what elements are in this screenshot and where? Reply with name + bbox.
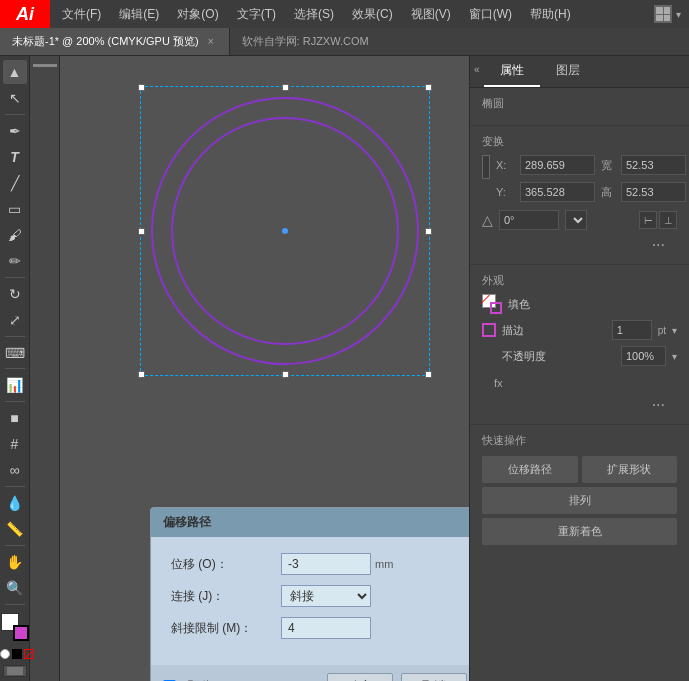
rotation-input[interactable] xyxy=(499,210,559,230)
tool-divider-8 xyxy=(5,604,25,605)
transform-more-row: ··· xyxy=(482,234,677,256)
menu-effect[interactable]: 效果(C) xyxy=(344,2,401,27)
shape-tool[interactable]: ▭ xyxy=(3,197,27,221)
menu-file[interactable]: 文件(F) xyxy=(54,2,109,27)
measure-tool[interactable]: 📏 xyxy=(3,517,27,541)
dialog-footer: 预览 (P) 确定 取消 xyxy=(151,665,469,681)
eyedropper-tool[interactable]: 💧 xyxy=(3,491,27,515)
transform-more-btn[interactable]: ··· xyxy=(644,236,673,254)
collapse-icon[interactable]: « xyxy=(470,56,484,87)
quick-actions-title: 快速操作 xyxy=(482,433,677,448)
view-switcher-icon[interactable] xyxy=(654,5,672,23)
color-mode-indicators xyxy=(0,649,34,659)
tab-inactive[interactable]: 软件自学网: RJZXW.COM xyxy=(230,28,381,55)
y-label: Y: xyxy=(496,186,516,198)
pencil-tool[interactable]: ✏ xyxy=(3,249,27,273)
menu-window[interactable]: 窗口(W) xyxy=(461,2,520,27)
flip-h-icon[interactable]: ⊢ xyxy=(639,211,657,229)
x-row: X: xyxy=(496,155,595,175)
menu-view[interactable]: 视图(V) xyxy=(403,2,459,27)
canvas-area[interactable]: 偏移路径 位移 (O)： mm 连接 (J)： 斜接 斜接限制 (M)： xyxy=(60,56,469,681)
y-row: Y: xyxy=(496,182,595,202)
miter-label: 斜接限制 (M)： xyxy=(171,620,281,637)
fill-stroke-indicator[interactable] xyxy=(1,613,29,641)
circles-svg xyxy=(140,86,430,376)
x-label: X: xyxy=(496,159,516,171)
h-label: 高 xyxy=(601,185,617,200)
x-input[interactable] xyxy=(520,155,595,175)
blend-tool[interactable]: ∞ xyxy=(3,458,27,482)
recolor-btn[interactable]: 重新着色 xyxy=(482,518,677,545)
hand-tool[interactable]: ✋ xyxy=(3,550,27,574)
expand-shape-btn[interactable]: 扩展形状 xyxy=(582,456,678,483)
h-row: 高 mm xyxy=(601,182,689,202)
menu-items: 文件(F) 编辑(E) 对象(O) 文字(T) 选择(S) 效果(C) 视图(V… xyxy=(50,2,579,27)
mesh-tool[interactable]: # xyxy=(3,432,27,456)
offset-dialog-title: 偏移路径 xyxy=(151,508,469,537)
menubar: Ai 文件(F) 编辑(E) 对象(O) 文字(T) 选择(S) 效果(C) 视… xyxy=(0,0,689,28)
left-toolbar: ▲ ↖ ✒ T ╱ ▭ 🖌 ✏ ↻ ⤢ ⌨ 📊 ■ # ∞ 💧 📏 ✋ 🔍 xyxy=(0,56,30,681)
offset-path-btn[interactable]: 位移路径 xyxy=(482,456,578,483)
stroke-row: 描边 pt ▾ xyxy=(482,320,677,340)
wh-inputs: 宽 mm 高 mm xyxy=(601,155,689,206)
y-input[interactable] xyxy=(520,182,595,202)
black-square-icon xyxy=(12,649,22,659)
offset-row: 位移 (O)： mm xyxy=(171,553,459,575)
scale-tool[interactable]: ⤢ xyxy=(3,308,27,332)
cancel-button[interactable]: 取消 xyxy=(401,673,467,681)
shape-section: 椭圆 xyxy=(470,88,689,126)
join-select[interactable]: 斜接 xyxy=(281,585,371,607)
menu-help[interactable]: 帮助(H) xyxy=(522,2,579,27)
arrange-btn[interactable]: 排列 xyxy=(482,487,677,514)
opacity-more-btn[interactable]: ▾ xyxy=(672,351,677,362)
appearance-title: 外观 xyxy=(482,273,677,288)
gradient-tool[interactable]: ■ xyxy=(3,406,27,430)
tab-properties[interactable]: 属性 xyxy=(484,56,540,87)
properties-panel: « 属性 图层 椭圆 变换 xyxy=(469,56,689,681)
opacity-input[interactable] xyxy=(621,346,666,366)
ok-button[interactable]: 确定 xyxy=(327,673,393,681)
offset-expand-row: 位移路径 扩展形状 xyxy=(482,456,677,483)
selection-tool[interactable]: ▲ xyxy=(3,60,27,84)
stroke-color-box xyxy=(490,302,502,314)
w-input[interactable] xyxy=(621,155,686,175)
transform-title: 变换 xyxy=(482,134,677,149)
offset-label: 位移 (O)： xyxy=(171,556,281,573)
line-tool[interactable]: ╱ xyxy=(3,171,27,195)
appearance-more-row: ··· xyxy=(482,394,677,416)
zoom-tool[interactable]: 🔍 xyxy=(3,576,27,600)
miter-row: 斜接限制 (M)： xyxy=(171,617,459,639)
artboard-icon[interactable] xyxy=(3,665,27,677)
tab-active[interactable]: 未标题-1* @ 200% (CMYK/GPU 预览) × xyxy=(0,28,230,55)
stroke-swatch[interactable] xyxy=(482,323,496,337)
xy-inputs: X: Y: xyxy=(496,155,595,206)
appearance-more-btn[interactable]: ··· xyxy=(644,396,673,414)
paintbrush-tool[interactable]: 🖌 xyxy=(3,223,27,247)
tab-layers[interactable]: 图层 xyxy=(540,56,596,87)
stroke-width-input[interactable] xyxy=(612,320,652,340)
offset-input[interactable] xyxy=(281,553,371,575)
tab-close-btn[interactable]: × xyxy=(205,36,217,48)
warp-tool[interactable]: ⌨ xyxy=(3,341,27,365)
circle-container[interactable] xyxy=(140,86,430,376)
miter-input[interactable] xyxy=(281,617,371,639)
rotate-tool[interactable]: ↻ xyxy=(3,282,27,306)
menu-edit[interactable]: 编辑(E) xyxy=(111,2,167,27)
fill-stroke-icon xyxy=(482,294,502,314)
menu-text[interactable]: 文字(T) xyxy=(229,2,284,27)
direct-selection-tool[interactable]: ↖ xyxy=(3,86,27,110)
rotation-select[interactable] xyxy=(565,210,587,230)
flip-v-icon[interactable]: ⊥ xyxy=(659,211,677,229)
dropdown-arrow-icon: ▾ xyxy=(676,9,681,20)
graph-tool[interactable]: 📊 xyxy=(3,373,27,397)
ruler-mark xyxy=(33,64,57,67)
shape-title: 椭圆 xyxy=(482,96,677,111)
stroke-dropdown-btn[interactable]: ▾ xyxy=(672,325,677,336)
h-input[interactable] xyxy=(621,182,686,202)
reference-point-grid[interactable] xyxy=(482,155,490,179)
pen-tool[interactable]: ✒ xyxy=(3,119,27,143)
type-tool[interactable]: T xyxy=(3,145,27,169)
menu-object[interactable]: 对象(O) xyxy=(169,2,226,27)
fill-label: 填色 xyxy=(508,297,677,312)
menu-select[interactable]: 选择(S) xyxy=(286,2,342,27)
